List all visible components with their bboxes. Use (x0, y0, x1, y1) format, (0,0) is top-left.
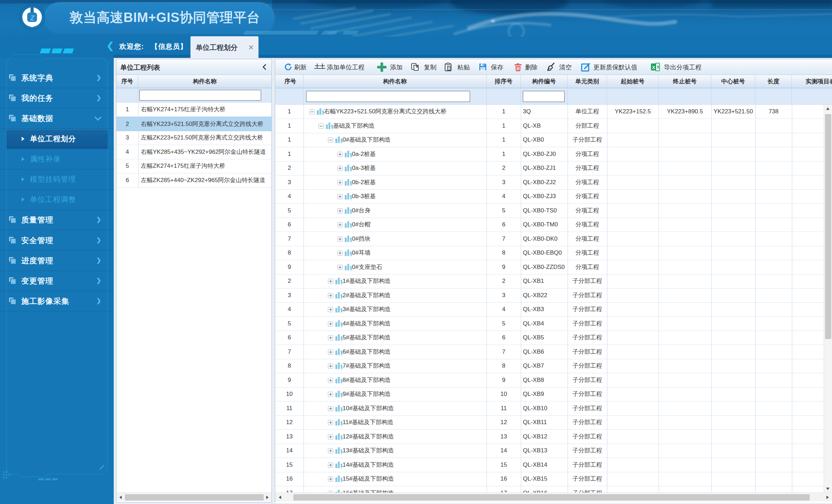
svg-text:X: X (652, 65, 655, 70)
svg-text:z: z (30, 12, 35, 23)
svg-text:T: T (448, 67, 450, 70)
